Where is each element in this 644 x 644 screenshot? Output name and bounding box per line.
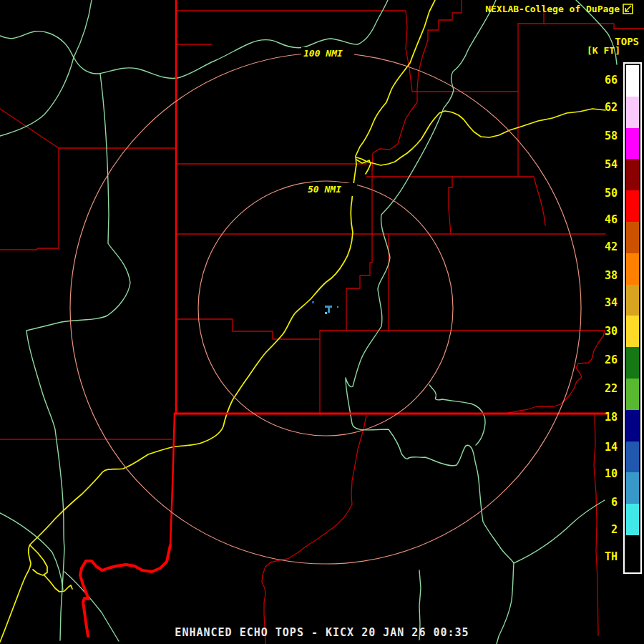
river-line [0,513,63,590]
range-ring-label-50nmi: 50 NMI [306,184,343,195]
colorbar-segment [626,347,639,379]
colorbar-label: 62 [589,101,618,114]
county-border-line [262,416,366,644]
colorbar-label: 6 [589,496,618,509]
colorbar-segment [626,190,639,222]
colorbar-label: TH [589,550,618,563]
colorbar-units: [K FT] [587,45,620,56]
river-line [429,385,485,445]
county-border-line [372,0,462,234]
radar-echo-pixel [328,308,330,313]
colorbar-label: 10 [589,467,618,480]
colorbar-segment [626,128,639,160]
brand-text: NEXLAB-College of DuPage [485,4,620,14]
county-border-line [518,24,644,29]
colorbar-label: 42 [589,240,618,253]
county-border-line [0,148,59,250]
radar-echo-pixel [337,306,338,308]
river-line [0,0,388,79]
river-line [0,57,74,136]
colorbar-segment [626,316,639,347]
cod-logo-icon [622,3,634,15]
range-ring-50nmi [198,181,453,436]
state-border-line [170,414,175,545]
colorbar-segment [626,472,639,504]
range-ring-100nmi [70,53,581,564]
colorbar-label: 50 [589,187,618,200]
radar-echo-pixel [325,312,327,314]
colorbar-label: 66 [589,74,618,87]
radar-echo-pixel [325,306,332,308]
highway-line [30,545,47,575]
colorbar-segments [626,65,639,570]
county-border-line [177,319,320,339]
colorbar-segment [626,97,639,128]
radar-echo-pixel [312,301,314,303]
colorbar-label: 30 [589,325,618,338]
colorbar-segment [626,253,639,285]
colorbar-segment [626,379,639,410]
range-ring-label-100nmi: 100 NMI [301,48,345,59]
colorbar-segment [626,410,639,441]
highway-line [44,575,72,592]
county-border-line [0,109,176,148]
river-line [346,0,514,644]
product-caption: ENHANCED ECHO TOPS - KICX 20 JAN 26 00:3… [0,626,644,639]
colorbar-label: 18 [589,411,618,424]
colorbar-label: 38 [589,269,618,282]
colorbar-label: 34 [589,296,618,309]
colorbar-label: 2 [589,523,618,536]
colorbar-label: 22 [589,382,618,395]
river-line [26,74,130,640]
colorbar-label: 14 [589,441,618,454]
county-border-line [508,331,605,413]
state-border-line [80,545,170,636]
highway-line [356,109,605,165]
radar-viewer: NEXLAB-College of DuPage TOPS [K FT] 666… [0,0,644,644]
river-line [74,0,92,57]
colorbar-segment [626,504,639,535]
colorbar-segment [626,65,639,97]
colorbar-label: 46 [589,213,618,226]
colorbar-segment [626,441,639,473]
county-border-line [449,177,452,234]
colorbar-segment [626,285,639,316]
highway-line [0,0,435,642]
colorbar-label: 58 [589,130,618,142]
colorbar-label: 26 [589,353,618,366]
colorbar-segment [626,159,639,190]
colorbar-label: 54 [589,158,618,171]
colorbar-segment [626,222,639,253]
colorbar-segment [626,535,639,570]
radar-map [0,0,644,644]
